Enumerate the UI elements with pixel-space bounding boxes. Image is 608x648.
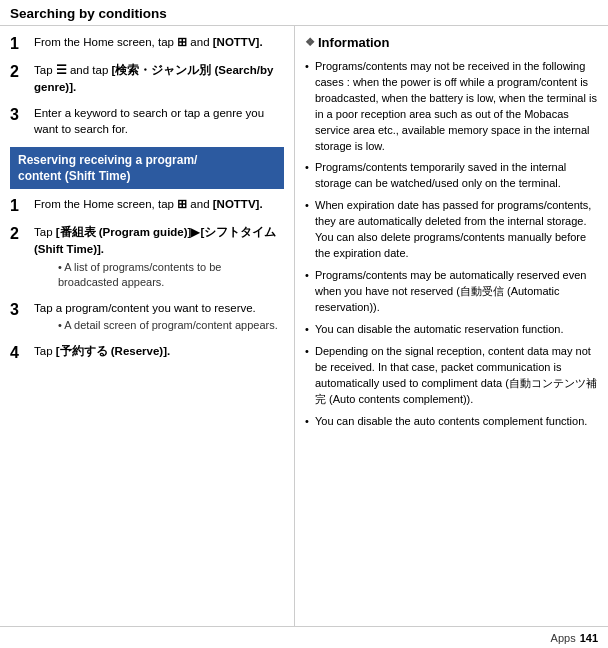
step-number-2: 2 [10,62,28,81]
info-bullet-3: When expiration date has passed for prog… [305,198,598,262]
step-after-number-2: 2 [10,224,28,243]
section-header: Searching by conditions [0,0,608,26]
page-container: Searching by conditions 1 From the Home … [0,0,608,648]
page-title: Searching by conditions [10,6,598,21]
step-number-3: 3 [10,105,28,124]
step-after-number-4: 4 [10,343,28,362]
step-after-4: 4 Tap [予約する (Reserve)]. [10,343,284,362]
step-after-text-2: Tap [番組表 (Program guide)]▶[シフトタイム (Shift… [34,226,276,255]
step-after-bullet-3: A detail screen of program/content appea… [58,318,284,333]
info-bullet-4: Programs/contents may be automatically r… [305,268,598,316]
info-bullet-2: Programs/contents temporarily saved in t… [305,160,598,192]
info-bullet-6: Depending on the signal reception, conte… [305,344,598,408]
step-1: 1 From the Home screen, tap ⊞ and [NOTTV… [10,34,284,53]
content-area: 1 From the Home screen, tap ⊞ and [NOTTV… [0,26,608,626]
step-after-number-3: 3 [10,300,28,319]
info-bullet-7: You can disable the auto contents comple… [305,414,598,430]
step-after-bullet-2: A list of programs/contents to be broadc… [58,260,284,291]
footer-apps-label: Apps [551,632,576,644]
blue-section-header: Reserving receiving a program/content (S… [10,147,284,189]
info-bullet-5: You can disable the automatic reservatio… [305,322,598,338]
info-bullet-1: Programs/contents may not be received in… [305,59,598,155]
step-after-text-4: Tap [予約する (Reserve)]. [34,343,284,360]
step-3: 3 Enter a keyword to search or tap a gen… [10,105,284,138]
footer-page-number: 141 [580,632,598,644]
footer: Apps 141 [0,626,608,648]
step-after-2: 2 Tap [番組表 (Program guide)]▶[シフトタイム (Shi… [10,224,284,290]
step-after-3: 3 Tap a program/content you want to rese… [10,300,284,334]
step-text-3: Enter a keyword to search or tap a genre… [34,105,284,138]
step-after-text-3: Tap a program/content you want to reserv… [34,302,256,314]
info-section-title: Information [305,34,598,53]
step-text-1: From the Home screen, tap ⊞ and [NOTTV]. [34,34,284,51]
step-after-number-1: 1 [10,196,28,215]
step-number-1: 1 [10,34,28,53]
step-after-1: 1 From the Home screen, tap ⊞ and [NOTTV… [10,196,284,215]
step-2: 2 Tap ☰ and tap [検索・ジャンル別 (Search/by gen… [10,62,284,95]
right-column: Information Programs/contents may not be… [295,26,608,626]
left-column: 1 From the Home screen, tap ⊞ and [NOTTV… [0,26,295,626]
step-after-text-1: From the Home screen, tap ⊞ and [NOTTV]. [34,196,284,213]
step-text-2: Tap ☰ and tap [検索・ジャンル別 (Search/by genre… [34,62,284,95]
